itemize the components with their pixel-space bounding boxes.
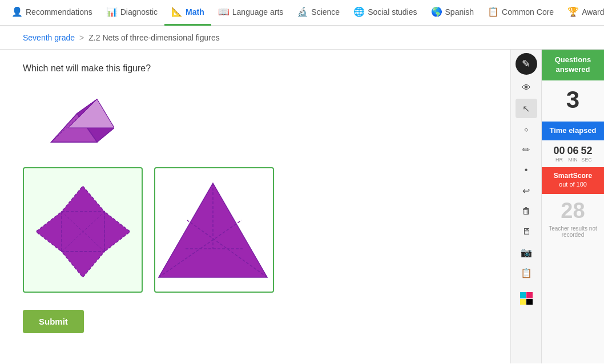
time-seconds: 52 SEC	[581, 145, 593, 163]
content-area: Which net will make this figure?	[0, 50, 510, 363]
questions-answered-label: Questions answered	[542, 50, 604, 80]
choice-a[interactable]	[23, 167, 143, 293]
tool-header-icon: ✎	[516, 53, 537, 75]
teacher-note: Teacher results not recorded	[542, 225, 604, 238]
svg-marker-8	[62, 186, 104, 212]
nav-item-awards[interactable]: 🏆 Awards	[561, 0, 604, 26]
breadcrumb: Seventh grade > Z.2 Nets of three-dimens…	[0, 26, 604, 50]
science-icon: 🔬	[297, 6, 308, 17]
nav-item-language-arts[interactable]: 📖 Language arts	[211, 0, 291, 26]
eraser-tool[interactable]: ⬦	[516, 119, 537, 139]
svg-marker-11	[104, 212, 130, 252]
submit-button[interactable]: Submit	[23, 310, 84, 333]
cyan-color	[520, 292, 526, 298]
time-display: 00 HR 06 MIN 52 SEC	[542, 140, 604, 165]
diagnostic-icon: 📊	[106, 6, 118, 17]
math-icon: 📐	[171, 6, 183, 17]
eye-tool[interactable]: 👁	[516, 78, 537, 98]
question-title: Which net will make this figure?	[23, 63, 488, 74]
svg-marker-9	[62, 252, 104, 277]
color-picker-tool[interactable]	[516, 284, 537, 313]
pencil-tool[interactable]: ✏	[516, 140, 537, 159]
nav-item-common-core[interactable]: 📋 Common Core	[481, 0, 561, 26]
top-navigation: 👤 Recommendations 📊 Diagnostic 📐 Math 📖 …	[0, 0, 604, 26]
social-studies-icon: 🌐	[353, 6, 365, 17]
breadcrumb-separator: >	[79, 33, 84, 42]
questions-answered-value: 3	[566, 80, 579, 122]
awards-icon: 🏆	[567, 6, 579, 17]
common-core-icon: 📋	[488, 6, 499, 17]
undo-tool[interactable]: ↩	[516, 181, 537, 200]
nav-item-diagnostic[interactable]: 📊 Diagnostic	[99, 0, 164, 26]
nav-item-spanish[interactable]: 🌎 Spanish	[424, 0, 481, 26]
nav-item-recommendations[interactable]: 👤 Recommendations	[5, 0, 99, 26]
camera-tool[interactable]: 📷	[516, 242, 537, 262]
clipboard-tool[interactable]: 📋	[516, 263, 537, 282]
breadcrumb-parent[interactable]: Seventh grade	[23, 33, 75, 42]
svg-marker-10	[36, 212, 62, 252]
time-elapsed-label: Time elapsed	[542, 122, 604, 140]
smart-score-label: SmartScore out of 100	[542, 167, 604, 194]
trash-tool[interactable]: 🗑	[516, 201, 537, 221]
time-hours: 00 HR	[553, 145, 565, 163]
monitor-tool[interactable]: 🖥	[516, 222, 537, 241]
main-layout: Which net will make this figure?	[0, 50, 604, 363]
right-panel: Questions answered 3 Time elapsed 00 HR …	[541, 50, 604, 363]
nav-item-social-studies[interactable]: 🌐 Social studies	[347, 0, 424, 26]
question-figure	[23, 85, 114, 153]
drawing-toolbar: ✎ 👁 ↖ ⬦ ✏ • ↩ 🗑 🖥 📷 📋	[510, 50, 541, 363]
nav-item-math[interactable]: 📐 Math	[164, 0, 211, 26]
magenta-color	[526, 292, 533, 298]
time-minutes: 06 MIN	[567, 145, 578, 163]
choice-b[interactable]	[154, 167, 274, 293]
yellow-color	[520, 299, 526, 305]
nav-item-science[interactable]: 🔬 Science	[290, 0, 347, 26]
breadcrumb-current: Z.2 Nets of three-dimensional figures	[88, 33, 220, 42]
language-arts-icon: 📖	[218, 6, 229, 17]
smart-score-value: 28	[561, 194, 585, 225]
answer-choices	[23, 167, 488, 293]
recommendations-icon: 👤	[11, 6, 23, 17]
spanish-icon: 🌎	[431, 6, 442, 17]
dot-tool[interactable]: •	[516, 160, 537, 180]
cursor-tool[interactable]: ↖	[516, 99, 537, 118]
black-color	[526, 299, 533, 305]
